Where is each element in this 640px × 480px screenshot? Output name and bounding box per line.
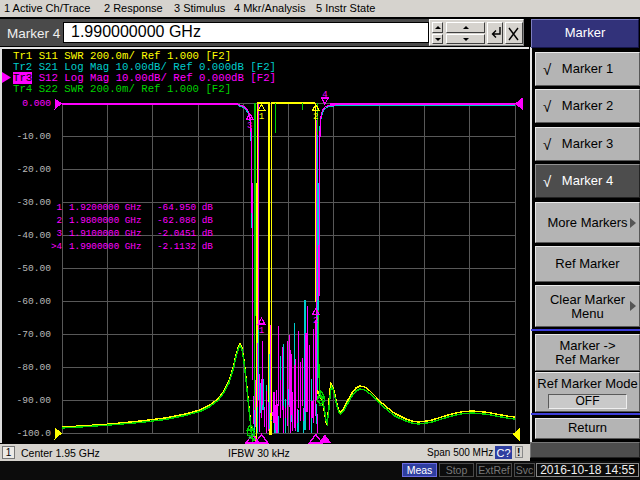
svg-text:2: 2 [318,399,323,409]
svg-text:3: 3 [248,432,253,442]
svg-text:3: 3 [247,121,252,131]
svg-text:4: 4 [322,90,327,100]
svg-text:1: 1 [259,112,264,122]
svg-text:2: 2 [313,316,318,326]
svg-text:1: 1 [259,326,264,336]
svg-text:2: 2 [313,112,318,122]
